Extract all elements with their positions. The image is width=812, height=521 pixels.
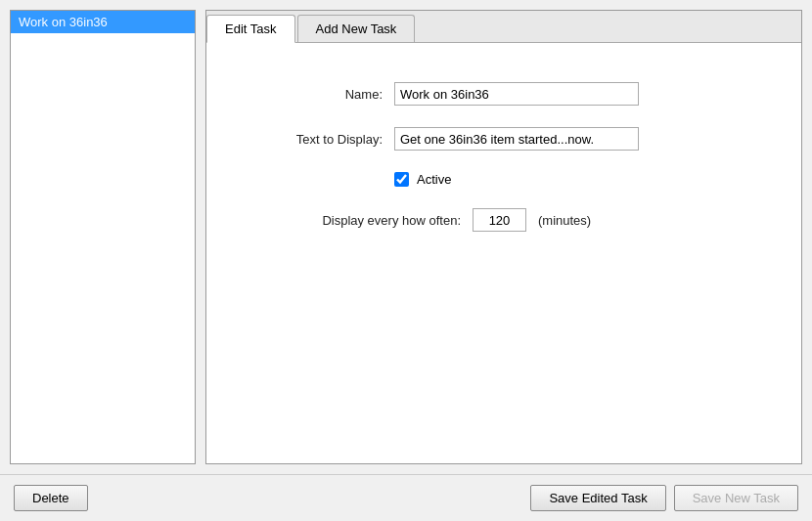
active-checkbox[interactable] [394,172,409,187]
save-edited-button[interactable]: Save Edited Task [530,485,665,511]
task-list-item[interactable]: Work on 36in36 [11,11,195,33]
text-to-display-row: Text to Display: [265,127,743,151]
right-panel: Edit Task Add New Task Name: Text to Dis… [205,10,802,464]
form-area: Name: Text to Display: Active Display ev… [206,43,801,463]
tab-bar: Edit Task Add New Task [206,11,801,43]
save-new-button[interactable]: Save New Task [674,485,798,511]
display-frequency-row: Display every how often: (minutes) [265,208,743,232]
tab-add-new-task[interactable]: Add New Task [297,15,416,42]
delete-button[interactable]: Delete [14,485,88,511]
text-to-display-input[interactable] [394,127,639,151]
active-row: Active [394,172,743,187]
name-row: Name: [265,82,743,106]
task-list-panel: Work on 36in36 [10,10,196,464]
name-input[interactable] [394,82,639,106]
active-label: Active [417,172,451,187]
minutes-label: (minutes) [538,213,591,228]
display-how-often-label: Display every how often: [265,213,461,228]
name-label: Name: [265,87,383,102]
right-buttons: Save Edited Task Save New Task [530,485,798,511]
display-frequency-input[interactable] [473,208,526,232]
bottom-bar: Delete Save Edited Task Save New Task [0,474,812,521]
tab-edit-task[interactable]: Edit Task [206,15,295,43]
text-to-display-label: Text to Display: [265,132,383,147]
main-area: Work on 36in36 Edit Task Add New Task Na… [0,0,812,474]
